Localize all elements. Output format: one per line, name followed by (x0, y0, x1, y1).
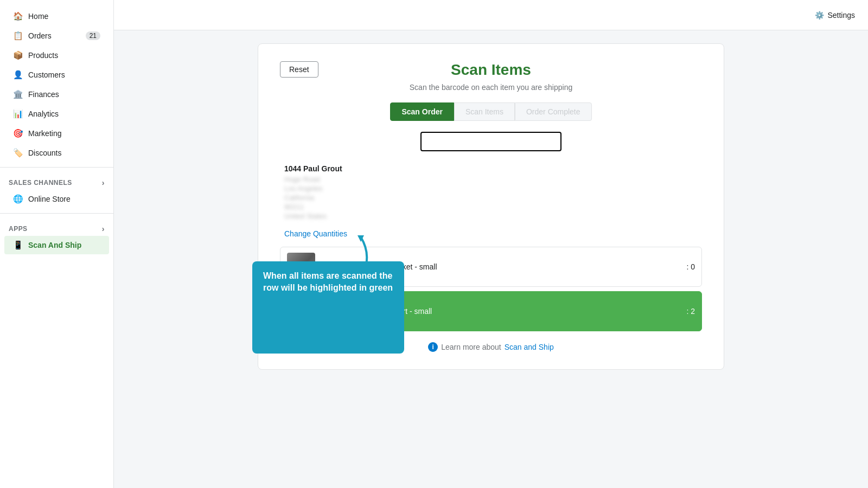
sidebar-item-online-store[interactable]: 🌐 Online Store (4, 190, 109, 208)
home-icon: 🏠 (13, 11, 23, 21)
apps-label: Apps (9, 225, 28, 233)
settings-label: Settings (827, 11, 855, 20)
products-icon: 📦 (13, 50, 23, 60)
sidebar-item-label: Orders (28, 31, 52, 40)
order-line5: United States (284, 212, 702, 220)
sidebar-item-finances[interactable]: 🏛️ Finances (4, 85, 109, 104)
main-content: ⚙️ Settings Reset Scan Items Scan the ba… (114, 0, 868, 488)
sidebar-item-orders[interactable]: 📋 Orders 21 (4, 27, 109, 45)
order-name: 1044 Paul Grout (284, 164, 702, 173)
sidebar-item-home[interactable]: 🏠 Home (4, 7, 109, 25)
step-scan-order[interactable]: Scan Order (390, 102, 454, 121)
sidebar-item-label: Discounts (28, 149, 61, 157)
apps-section: Apps › (0, 218, 113, 235)
online-store-icon: 🌐 (13, 194, 23, 204)
topbar: ⚙️ Settings (114, 0, 868, 30)
card-subtitle: Scan the barcode on each item you are sh… (280, 83, 702, 92)
order-line3: California (284, 194, 702, 202)
customers-icon: 👤 (13, 70, 23, 80)
sidebar-item-label: Customers (28, 70, 65, 79)
order-line1: Huge Road (284, 175, 702, 183)
chevron-right-icon-2: › (102, 224, 105, 233)
content-area: Reset Scan Items Scan the barcode on eac… (114, 30, 868, 488)
sidebar-item-scan-and-ship[interactable]: 📱 Scan And Ship (4, 236, 109, 254)
sidebar-item-label: Products (28, 51, 58, 60)
scan-input[interactable] (420, 132, 561, 151)
sidebar-item-products[interactable]: 📦 Products (4, 46, 109, 65)
sidebar-item-marketing[interactable]: 🎯 Marketing (4, 124, 109, 143)
tooltip-arrow-svg (344, 234, 372, 264)
sidebar-divider (0, 167, 113, 168)
sales-channels-section: Sales channels › (0, 172, 113, 189)
gear-icon: ⚙️ (815, 11, 824, 20)
marketing-icon: 🎯 (13, 129, 23, 138)
settings-button[interactable]: ⚙️ Settings (815, 11, 855, 20)
change-quantities-link[interactable]: Change Quantities (280, 229, 347, 238)
analytics-icon: 📊 (13, 109, 23, 119)
sidebar-item-analytics[interactable]: 📊 Analytics (4, 105, 109, 123)
scan-and-ship-link[interactable]: Scan and Ship (505, 343, 554, 351)
sidebar-item-label: Scan And Ship (28, 241, 81, 249)
orders-icon: 📋 (13, 31, 23, 41)
product-count-jacket: : 0 (686, 262, 695, 271)
sidebar-item-label: Analytics (28, 110, 59, 118)
sidebar: 🏠 Home 📋 Orders 21 📦 Products 👤 Customer… (0, 0, 114, 488)
order-line2: Los Angeles (284, 184, 702, 192)
footer-info-text: Learn more about (441, 343, 501, 351)
info-icon: i (428, 342, 438, 352)
sidebar-item-label: Marketing (28, 129, 61, 138)
chevron-right-icon: › (102, 178, 105, 187)
orders-badge: 21 (86, 31, 100, 40)
sidebar-item-label: Home (28, 12, 48, 21)
sidebar-item-customers[interactable]: 👤 Customers (4, 66, 109, 84)
order-info: 1044 Paul Grout Huge Road Los Angeles Ca… (280, 164, 702, 220)
step-scan-items[interactable]: Scan Items (454, 102, 515, 121)
discounts-icon: 🏷️ (13, 148, 23, 158)
order-line4: 90211 (284, 203, 702, 211)
sidebar-item-label: Online Store (28, 195, 71, 203)
scan-input-wrapper (280, 132, 702, 151)
finances-icon: 🏛️ (13, 89, 23, 99)
step-buttons: Scan Order Scan Items Order Complete (280, 102, 702, 121)
tooltip-balloon: When all items are scanned the row will … (252, 261, 404, 354)
product-count-shirt: : 2 (686, 307, 695, 316)
scan-and-ship-icon: 📱 (13, 240, 23, 250)
sales-channels-label: Sales channels (9, 179, 72, 187)
sidebar-item-label: Finances (28, 90, 59, 99)
tooltip-text: When all items are scanned the row will … (263, 271, 393, 292)
reset-button[interactable]: Reset (280, 61, 318, 78)
sidebar-item-discounts[interactable]: 🏷️ Discounts (4, 144, 109, 162)
step-order-complete[interactable]: Order Complete (515, 102, 592, 121)
sidebar-divider-2 (0, 213, 113, 214)
card-title: Scan Items (280, 61, 702, 79)
